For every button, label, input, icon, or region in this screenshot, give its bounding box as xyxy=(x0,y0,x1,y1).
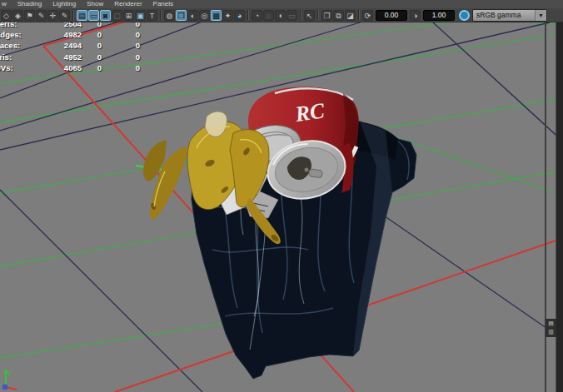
menu-renderer[interactable]: Renderer xyxy=(114,0,142,8)
occlusion-ball-icon[interactable]: ◖ xyxy=(275,10,286,21)
right-panel-sliver: C xyxy=(556,0,563,392)
lighting-icon[interactable]: ✦ xyxy=(222,10,233,21)
chevron-down-icon: ▼ xyxy=(535,10,546,21)
brush-icon[interactable]: ✎ xyxy=(59,10,70,21)
image-plane-icon[interactable]: ▣ xyxy=(135,10,146,21)
colorspace-value: sRGB gamma xyxy=(476,11,521,19)
layer-buttons: ▤ ▥ xyxy=(546,319,556,337)
menu-panels[interactable]: Panels xyxy=(153,0,173,8)
snapshot-layer-icon[interactable]: ⧉ xyxy=(333,10,344,21)
toolbar-separator xyxy=(72,10,74,20)
menu-lighting[interactable]: Lighting xyxy=(52,0,76,8)
viewport-3d[interactable]: RC xyxy=(0,0,563,392)
toolbar-separator xyxy=(300,10,301,20)
shaded-textured-icon[interactable]: ◐ xyxy=(187,10,198,21)
crop-region-icon[interactable]: ◪ xyxy=(345,10,356,21)
texture-view-icon[interactable]: T xyxy=(147,10,157,21)
empty-panel-icon[interactable]: ▢ xyxy=(112,10,122,21)
pencil-icon[interactable]: ✎ xyxy=(36,10,47,21)
film-camera-icon[interactable]: ◈ xyxy=(12,10,23,21)
shadow-ball-icon[interactable]: ◕ xyxy=(234,10,245,21)
panel-menu-bar: w Shading Lighting Show Renderer Panels xyxy=(0,0,563,8)
layer-list-icon[interactable]: ▤ xyxy=(548,320,554,328)
gamma-field[interactable]: 1.00 xyxy=(423,10,455,21)
list-view-icon[interactable]: ▤ xyxy=(77,10,87,21)
camera-ball-icon[interactable]: ◔ xyxy=(252,10,262,21)
toolbar-separator xyxy=(160,10,162,20)
select-cursor-icon[interactable]: ↖ xyxy=(304,10,315,21)
toolbar-separator xyxy=(358,10,360,20)
material-ball-icon[interactable]: ◎ xyxy=(199,10,210,21)
menu-show[interactable]: Show xyxy=(87,0,103,8)
tumble-camera-icon[interactable]: ◇ xyxy=(1,10,12,21)
layer-grid-icon[interactable]: ▥ xyxy=(548,328,554,336)
toolbar-separator xyxy=(317,10,319,20)
inactive-panel-icon[interactable]: ▭ xyxy=(286,10,297,21)
toolbar-separator xyxy=(247,10,249,20)
color-management-icon[interactable] xyxy=(459,10,470,21)
viewport-toolbar: ◇ ◈ ⚑ ✎ ✛ ✎ ▤ ▭ ◙ ▢ ⊞ ▣ T ◍ ❒ ◐ ◎ ▩ ✦ ◕ … xyxy=(0,8,563,22)
move-tool-icon[interactable]: ✛ xyxy=(47,10,58,21)
wireframe-icon[interactable]: ◍ xyxy=(164,10,175,21)
panel-layout-icon[interactable]: ▭ xyxy=(88,10,99,21)
menu-view-clipped[interactable]: w xyxy=(2,0,7,8)
render-ball-icon[interactable]: ◙ xyxy=(100,10,111,21)
snapshot-icon[interactable]: ❐ xyxy=(321,10,332,21)
exposure-field[interactable]: 0.00 xyxy=(376,10,407,21)
shaded-cube-icon[interactable]: ❒ xyxy=(176,10,187,21)
antialias-ball-icon[interactable]: ◌ xyxy=(263,10,274,21)
four-view-icon[interactable]: ⊞ xyxy=(123,10,134,21)
xray-icon[interactable]: ▩ xyxy=(211,10,222,21)
rc-logo-text: RC xyxy=(293,98,326,127)
colorspace-dropdown[interactable]: sRGB gamma ▼ xyxy=(472,9,547,22)
gamma-icon[interactable]: ◑ xyxy=(410,10,421,21)
exposure-icon[interactable]: ⟳ xyxy=(362,10,373,21)
menu-shading[interactable]: Shading xyxy=(17,0,42,8)
bookmark-icon[interactable]: ⚑ xyxy=(24,10,35,21)
